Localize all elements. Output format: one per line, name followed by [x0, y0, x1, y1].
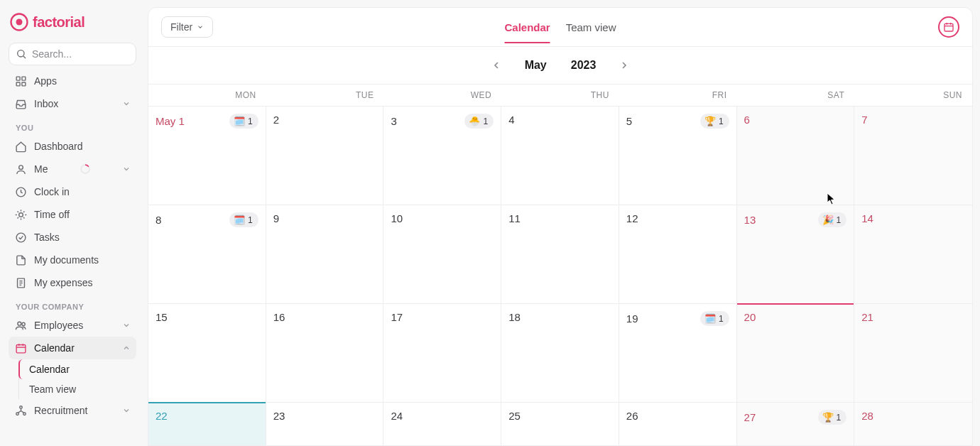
day-number: 14 — [861, 212, 873, 224]
day-cell[interactable]: 28 — [854, 403, 972, 445]
filter-button[interactable]: Filter — [161, 16, 213, 38]
sidebar-item-my-documents[interactable]: My documents — [9, 249, 136, 271]
day-number: 15 — [156, 311, 168, 323]
next-month-button[interactable] — [616, 57, 633, 74]
sidebar-item-calendar[interactable]: Calendar — [9, 337, 136, 359]
day-cell[interactable]: 16 — [266, 304, 384, 403]
logo[interactable]: factorial — [9, 9, 136, 36]
day-cell[interactable]: 4 — [501, 107, 619, 205]
day-cell[interactable]: 9 — [266, 205, 384, 304]
svg-rect-5 — [21, 77, 25, 80]
svg-line-16 — [23, 211, 24, 212]
badge-count: 1 — [837, 413, 842, 423]
sidebar: factorial ⌘K AppsInbox YOU DashboardMeCl… — [0, 0, 145, 446]
badge-emoji-icon: 🗓️ — [234, 214, 245, 225]
sidebar-item-tasks[interactable]: Tasks — [9, 226, 136, 249]
day-cell[interactable]: 12 — [619, 205, 737, 304]
svg-rect-6 — [16, 82, 20, 85]
svg-point-31 — [19, 406, 22, 408]
sidebar-item-inbox[interactable]: Inbox — [9, 92, 136, 115]
sidebar-item-time-off[interactable]: Time off — [9, 203, 136, 226]
sidebar-item-my-expenses[interactable]: My expenses — [9, 271, 136, 294]
month-label[interactable]: May — [525, 59, 547, 72]
event-badge[interactable]: 🎉1 — [818, 212, 847, 227]
day-cell[interactable]: 14 — [854, 205, 972, 304]
day-cell[interactable]: May 1🗓️1 — [148, 107, 266, 205]
sidebar-item-label: My expenses — [34, 277, 92, 288]
tab-calendar[interactable]: Calendar — [504, 11, 550, 43]
day-cell[interactable]: 6 — [737, 107, 855, 205]
sidebar-item-label: Time off — [34, 209, 70, 220]
sun-icon — [14, 208, 27, 221]
day-cell[interactable]: 7 — [854, 107, 972, 205]
day-number: 21 — [861, 311, 873, 323]
day-cell[interactable]: 25 — [501, 403, 619, 445]
sidebar-item-label: Recruitment — [34, 405, 87, 416]
day-cell[interactable]: 2 — [266, 107, 384, 205]
day-cell[interactable]: 26 — [619, 403, 737, 445]
sidebar-item-label: Clock in — [34, 186, 70, 197]
sidebar-item-recruitment[interactable]: Recruitment — [9, 399, 136, 422]
day-cell[interactable]: 23 — [266, 403, 384, 445]
day-number: 4 — [508, 114, 514, 126]
filter-label: Filter — [170, 21, 192, 33]
day-cell[interactable]: 18 — [501, 304, 619, 403]
search-field[interactable] — [32, 48, 145, 60]
day-cell[interactable]: 24 — [383, 403, 501, 445]
day-number: 19 — [626, 312, 638, 325]
svg-point-8 — [18, 165, 23, 169]
day-number: 5 — [626, 115, 632, 127]
receipt-icon — [14, 276, 27, 289]
tab-team-view[interactable]: Team view — [566, 11, 616, 43]
day-number: 22 — [156, 410, 168, 422]
year-label[interactable]: 2023 — [571, 59, 597, 72]
inbox-icon — [14, 97, 27, 110]
svg-rect-27 — [16, 344, 26, 352]
day-cell[interactable]: 10 — [383, 205, 501, 304]
calendar-icon — [943, 21, 954, 33]
weekday-header: THU — [501, 85, 619, 106]
event-badge[interactable]: 🏆1 — [700, 114, 729, 129]
sidebar-item-me[interactable]: Me — [9, 158, 136, 180]
logo-text: factorial — [33, 14, 85, 31]
section-you: YOU — [9, 115, 136, 135]
event-badge[interactable]: 🗓️1 — [229, 212, 258, 227]
day-cell[interactable]: 22 — [148, 403, 266, 445]
weekday-header: FRI — [619, 85, 737, 106]
day-cell[interactable]: 11 — [501, 205, 619, 304]
badge-count: 1 — [719, 116, 724, 126]
day-cell[interactable]: 5🏆1 — [619, 107, 737, 205]
day-cell[interactable]: 13🎉1 — [737, 205, 855, 304]
event-badge[interactable]: 🗓️1 — [229, 114, 258, 129]
sidebar-item-label: Tasks — [34, 232, 60, 243]
day-cell[interactable]: 27🏆1 — [737, 403, 855, 445]
day-cell[interactable]: 21 — [854, 304, 972, 403]
day-number: 20 — [744, 311, 756, 323]
svg-line-3 — [23, 56, 26, 58]
sidebar-item-dashboard[interactable]: Dashboard — [9, 135, 136, 158]
day-cell[interactable]: 17 — [383, 304, 501, 403]
sidebar-subitem-team-view[interactable]: Team view — [19, 379, 136, 399]
day-number: 13 — [744, 214, 756, 226]
day-number: 11 — [508, 212, 521, 224]
day-cell[interactable]: 19🗓️1 — [619, 304, 737, 403]
sidebar-item-apps[interactable]: Apps — [9, 70, 136, 92]
sidebar-item-employees[interactable]: Employees — [9, 314, 136, 337]
event-badge[interactable]: 🐣1 — [464, 114, 494, 129]
day-cell[interactable]: 15 — [148, 304, 266, 403]
event-badge[interactable]: 🏆1 — [818, 410, 847, 425]
day-cell[interactable]: 8🗓️1 — [148, 205, 266, 304]
sidebar-item-clock-in[interactable]: Clock in — [9, 180, 136, 203]
sidebar-item-label: Dashboard — [34, 141, 83, 152]
svg-line-17 — [17, 217, 18, 218]
prev-month-button[interactable] — [488, 57, 505, 74]
badge-count: 1 — [248, 116, 253, 126]
home-icon — [14, 140, 27, 153]
day-cell[interactable]: 3🐣1 — [383, 107, 501, 205]
search-input[interactable]: ⌘K — [9, 43, 136, 65]
calendar-circle-button[interactable] — [938, 16, 959, 38]
event-badge[interactable]: 🗓️1 — [700, 311, 729, 326]
day-cell[interactable]: 20 — [737, 304, 855, 403]
sidebar-subitem-calendar[interactable]: Calendar — [18, 359, 136, 379]
day-number: 10 — [391, 212, 403, 224]
